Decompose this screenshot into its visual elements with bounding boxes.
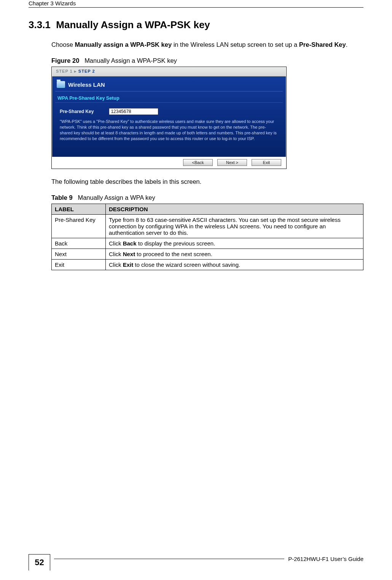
back-button[interactable]: <Back (183, 159, 213, 166)
footer-rule (54, 559, 284, 559)
section-number: 3.3.1 (29, 19, 51, 30)
pre-shared-key-input[interactable] (109, 108, 158, 115)
text-bold: Pre-Shared Key (299, 41, 346, 48)
table-row: Pre-Shared Key Type from 8 to 63 case-se… (52, 214, 363, 238)
figure-screenshot: STEP 1 ▸ STEP 2 Wireless LAN WPA Pre-Sha… (51, 67, 287, 169)
text-bold: Next (123, 251, 135, 257)
chapter-header: Chapter 3 Wizards (29, 0, 363, 8)
step-1-label: STEP 1 (56, 69, 73, 73)
text: to proceed to the next screen. (135, 251, 212, 257)
intro-paragraph: Choose Manually assign a WPA-PSK key in … (51, 40, 363, 49)
cell-label: Back (52, 238, 106, 249)
wizard-panel-title: Wireless LAN (68, 81, 105, 88)
step-arrow-icon: ▸ (74, 69, 77, 73)
page-footer: 52 P-2612HWU-F1 User’s Guide (0, 554, 392, 570)
cell-desc: Click Exit to close the wizard screen wi… (106, 259, 363, 270)
text: in the Wireless LAN setup screen to set … (172, 41, 299, 48)
text: to close the wizard screen without savin… (133, 261, 240, 268)
text: Click (109, 261, 123, 268)
figure-caption: Figure 20 Manually Assign a WPA-PSK key (51, 57, 363, 64)
section-title: Manually Assign a WPA-PSK key (56, 19, 210, 30)
wizard-step-bar: STEP 1 ▸ STEP 2 (52, 67, 286, 76)
text-bold: Exit (123, 261, 134, 268)
wizard-title-row: Wireless LAN (55, 80, 283, 92)
col-description: DESCRIPTION (106, 204, 363, 214)
cell-label: Exit (52, 259, 106, 270)
label-description-table: LABEL DESCRIPTION Pre-Shared Key Type fr… (51, 204, 363, 270)
table-caption: Table 9 Manually Assign a WPA key (51, 194, 363, 201)
wizard-subheading: WPA Pre-Shared Key Setup (55, 92, 283, 103)
figure-label: Figure 20 (51, 57, 79, 64)
post-figure-text: The following table describes the labels… (51, 177, 363, 186)
table-row: Back Click Back to display the previous … (52, 238, 363, 249)
folder-icon (57, 81, 65, 88)
cell-desc: Type from 8 to 63 case-sensitive ASCII c… (106, 214, 363, 238)
cell-label: Next (52, 249, 106, 259)
text-bold: Manually assign a WPA-PSK key (75, 41, 172, 48)
wizard-body: Wireless LAN WPA Pre-Shared Key Setup Pr… (52, 76, 286, 156)
section-heading: 3.3.1 Manually Assign a WPA-PSK key (29, 19, 363, 31)
wizard-dialog: STEP 1 ▸ STEP 2 Wireless LAN WPA Pre-Sha… (52, 67, 286, 168)
col-label: LABEL (52, 204, 106, 214)
wizard-button-row: <Back Next > Exit (52, 157, 286, 168)
text: Choose (51, 41, 75, 48)
page-number: 52 (29, 554, 50, 570)
text-bold: Back (123, 240, 137, 247)
table-row: Next Click Next to proceed to the next s… (52, 249, 363, 259)
text: . (346, 41, 348, 48)
next-button[interactable]: Next > (217, 159, 247, 166)
text: to display the previous screen. (137, 240, 215, 247)
cell-desc: Click Next to proceed to the next screen… (106, 249, 363, 259)
guide-name: P-2612HWU-F1 User’s Guide (288, 556, 363, 562)
text: Click (109, 240, 123, 247)
pre-shared-key-label: Pre-Shared Key (60, 109, 94, 114)
wizard-help-text: "WPA-PSK" uses a "Pre-Shared Key" to aut… (55, 117, 283, 145)
table-header-row: LABEL DESCRIPTION (52, 204, 363, 214)
table-row: Exit Click Exit to close the wizard scre… (52, 259, 363, 270)
cell-desc: Click Back to display the previous scree… (106, 238, 363, 249)
text: Click (109, 251, 123, 257)
step-2-label: STEP 2 (78, 69, 95, 73)
exit-button[interactable]: Exit (252, 159, 281, 166)
cell-label: Pre-Shared Key (52, 214, 106, 238)
table-title: Manually Assign a WPA key (78, 194, 155, 201)
wizard-field-row: Pre-Shared Key (55, 106, 283, 117)
table-label: Table 9 (51, 194, 73, 201)
figure-title: Manually Assign a WPA-PSK key (84, 57, 177, 64)
